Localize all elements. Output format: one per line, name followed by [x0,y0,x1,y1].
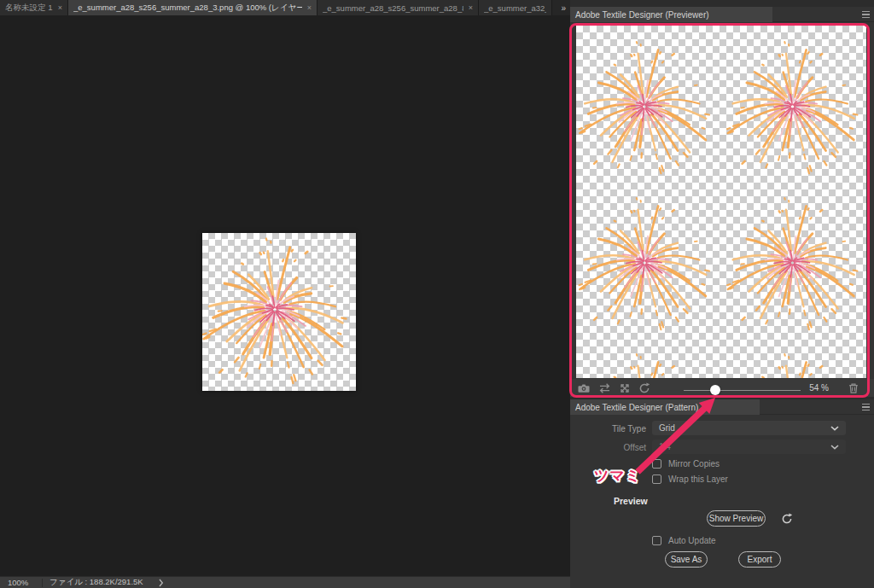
previewer-panel-body [570,22,874,379]
tab-summer-a32[interactable]: _e_summer_a32_s [479,0,552,15]
document-image[interactable] [202,233,356,391]
tab-label: _e_summer_a28_s256_summer_a28_3.png @ 10… [73,3,302,14]
tab-summer-a28-8[interactable]: _e_summer_a28_s256_summer_a28_8.png × [318,0,479,15]
tab-close-icon[interactable]: × [307,3,312,12]
previewer-panel-title: Adobe Textile Designer (Previewer) [575,10,709,20]
chevron-down-icon [830,426,839,431]
tab-close-icon[interactable]: × [58,3,62,12]
chevron-down-icon [830,445,839,450]
preview-section-label: Preview [614,496,648,506]
tab-summer-a28-3[interactable]: _e_summer_a28_s256_summer_a28_3.png @ 10… [68,0,318,15]
offset-value: 1/4 [659,442,671,451]
status-divider [42,579,43,587]
previewer-panel-menu-icon[interactable] [862,11,870,18]
save-as-button[interactable]: Save As [665,551,708,568]
pattern-preview-viewport[interactable] [576,26,866,378]
plugin-panels-column: Adobe Textile Designer (Previewer) [570,0,874,588]
firework-document-art [202,233,356,391]
pattern-panel-title: Adobe Textile Designer (Pattern) [575,403,698,412]
swap-arrows-icon[interactable] [598,382,610,394]
snapshot-camera-icon[interactable] [578,382,590,394]
tab-label: _e_summer_a28_s256_summer_a28_8.png [323,3,463,13]
offset-label: Offset [570,443,646,452]
photoshop-window: 名称未設定 1... × _e_summer_a28_s256_summer_a… [0,0,874,588]
tile-type-select[interactable]: Grid [652,421,846,435]
canvas-area[interactable] [0,15,570,576]
document-tab-bar: 名称未設定 1... × _e_summer_a28_s256_summer_a… [0,0,570,15]
mirror-copies-checkbox[interactable] [652,459,661,469]
show-preview-button[interactable]: Show Preview [707,510,766,527]
pattern-panel-menu-icon[interactable] [862,404,870,410]
tiled-pattern-preview [576,26,866,378]
mirror-copies-label: Mirror Copies [668,459,720,469]
tile-type-value: Grid [659,423,675,433]
export-button[interactable]: Export [738,551,781,568]
auto-update-label: Auto Update [668,536,716,545]
pattern-panel-header: Adobe Textile Designer (Pattern) [570,399,874,415]
previewer-panel-header: Adobe Textile Designer (Previewer) [570,7,874,22]
status-expand-icon[interactable] [159,579,164,587]
previewer-toolbar: 54 % [570,379,874,397]
status-zoom-level[interactable]: 100% [8,578,37,587]
tab-label: _e_summer_a32_s [484,3,546,13]
tabs-overflow-icon[interactable]: » [556,0,570,15]
preview-refresh-icon[interactable] [781,513,793,525]
tile-type-label: Tile Type [570,424,646,434]
tab-close-icon[interactable]: × [469,3,473,12]
tab-untitled-1[interactable]: 名称未設定 1... × [0,0,68,15]
status-file-info: ファイル : 188.2K/291.5K [50,577,143,588]
wrap-layer-checkbox[interactable] [652,474,661,484]
tab-label: 名称未設定 1... [5,3,53,14]
fit-view-icon[interactable] [619,382,631,394]
offset-select[interactable]: 1/4 [652,440,846,454]
pattern-panel-tab[interactable]: Adobe Textile Designer (Pattern) [570,399,760,415]
previewer-panel-tab[interactable]: Adobe Textile Designer (Previewer) [570,7,772,22]
trash-icon[interactable] [848,382,859,394]
status-bar: 100% ファイル : 188.2K/291.5K [0,576,570,588]
auto-update-checkbox[interactable] [652,536,661,545]
wrap-layer-label: Wrap this Layer [668,474,728,484]
preview-zoom-value: 54 % [775,383,829,393]
preview-zoom-slider-thumb[interactable] [710,385,720,395]
refresh-icon[interactable] [638,382,650,394]
